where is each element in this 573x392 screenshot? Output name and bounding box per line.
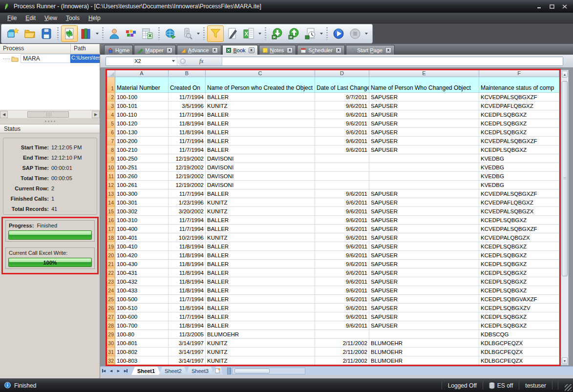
cell-B20[interactable]: 11/8/1994 xyxy=(169,251,206,260)
process-item-path[interactable]: C:\Users\tes xyxy=(70,54,100,63)
cell-B17[interactable]: 11/7/1994 xyxy=(169,225,206,233)
tab-close-button[interactable]: x xyxy=(336,47,341,53)
cell-D27[interactable]: 9/6/2011 xyxy=(315,312,369,321)
cell-C4[interactable]: BALLER xyxy=(206,110,315,119)
cell-A1[interactable]: Material Number xyxy=(115,77,169,93)
cell-A9[interactable]: 100-250 xyxy=(115,154,169,163)
resources-dropdown[interactable] xyxy=(94,25,100,42)
cell-A31[interactable]: 100-802 xyxy=(115,348,169,356)
cell-E7[interactable]: SAPUSER xyxy=(369,137,479,145)
cell-C19[interactable]: BALLER xyxy=(206,242,315,251)
cell-F9[interactable]: KVEDBG xyxy=(479,154,559,163)
tab-home[interactable]: Home xyxy=(104,45,133,55)
cell-E16[interactable]: SAPUSER xyxy=(369,216,479,225)
maximize-button[interactable] xyxy=(547,3,557,10)
cell-C20[interactable]: BALLER xyxy=(206,251,315,260)
tab-close-button[interactable]: x xyxy=(212,47,218,53)
cell-F26[interactable]: KCEDPLSQBGXZV xyxy=(479,304,559,312)
cell-B31[interactable]: 3/14/1997 xyxy=(169,348,206,356)
cell-A12[interactable]: 100-261 xyxy=(115,181,169,189)
row-header-26[interactable]: 26 xyxy=(106,304,115,312)
cell-E27[interactable]: SAPUSER xyxy=(369,312,479,321)
cell-B24[interactable]: 11/8/1994 xyxy=(169,286,206,295)
row-header-30[interactable]: 30 xyxy=(106,339,115,348)
minimize-button[interactable] xyxy=(534,3,545,10)
row-header-29[interactable]: 29 xyxy=(106,330,115,339)
tab-close-button[interactable]: x xyxy=(385,47,391,53)
cell-D5[interactable]: 9/6/2011 xyxy=(315,119,369,128)
cell-B8[interactable]: 11/7/1994 xyxy=(169,145,206,154)
cell-F3[interactable]: KCVEDPAFLQBGXZ xyxy=(479,102,559,110)
row-header-17[interactable]: 17 xyxy=(106,225,115,233)
cell-E28[interactable]: SAPUSER xyxy=(369,321,479,330)
user-credentials-button[interactable] xyxy=(106,25,123,42)
vscroll-thumb[interactable] xyxy=(562,81,568,276)
cell-C14[interactable]: KUNITZ xyxy=(206,198,315,207)
row-header-2[interactable]: 2 xyxy=(106,93,115,102)
cell-D20[interactable]: 9/6/2011 xyxy=(315,251,369,260)
cell-A15[interactable]: 100-302 xyxy=(115,207,169,216)
name-box-dropdown[interactable] xyxy=(170,57,177,65)
cell-E15[interactable]: SAPUSER xyxy=(369,207,479,216)
cell-D2[interactable]: 9/7/2011 xyxy=(315,93,369,102)
cell-A11[interactable]: 100-260 xyxy=(115,172,169,181)
cell-A16[interactable]: 100-310 xyxy=(115,216,169,225)
cell-C27[interactable]: BALLER xyxy=(206,312,315,321)
cell-E17[interactable]: SAPUSER xyxy=(369,225,479,233)
row-header-18[interactable]: 18 xyxy=(106,233,115,242)
audit-dropdown[interactable] xyxy=(195,25,201,42)
cell-name-box[interactable]: X2 xyxy=(106,57,170,65)
cell-A3[interactable]: 100-101 xyxy=(115,102,169,110)
cell-B2[interactable]: 11/7/1994 xyxy=(169,93,206,102)
menu-item-tools[interactable]: Tools xyxy=(62,14,84,22)
cell-C28[interactable]: BALLER xyxy=(206,321,315,330)
insert-function-button[interactable]: fx xyxy=(177,57,222,65)
cell-E1[interactable]: Name of Person Who Changed Object xyxy=(369,77,479,93)
sheet-tab-sheet3[interactable]: Sheet3 xyxy=(186,367,214,375)
cell-E20[interactable]: SAPUSER xyxy=(369,251,479,260)
cell-F2[interactable]: KCVEDPALSQBGXZF xyxy=(479,93,559,102)
open-process-button[interactable] xyxy=(21,25,38,42)
stop-dropdown[interactable] xyxy=(363,25,369,42)
cell-C22[interactable]: BALLER xyxy=(206,268,315,277)
cell-E13[interactable]: SAPUSER xyxy=(369,189,479,198)
cell-A14[interactable]: 100-301 xyxy=(115,198,169,207)
row-header-22[interactable]: 22 xyxy=(106,268,115,277)
cell-C13[interactable]: BALLER xyxy=(206,189,315,198)
row-header-15[interactable]: 15 xyxy=(106,207,115,216)
cell-F10[interactable]: KVEDBG xyxy=(479,163,559,172)
column-header-F[interactable]: F xyxy=(479,69,559,77)
cell-C23[interactable]: BALLER xyxy=(206,277,315,286)
tab-advance[interactable]: Advancex xyxy=(177,45,221,55)
cell-A30[interactable]: 100-801 xyxy=(115,339,169,348)
cell-C15[interactable]: KUNITZ xyxy=(206,207,315,216)
cell-F32[interactable]: KDLBGCPEQZX xyxy=(479,356,559,365)
download-to-excel-button[interactable] xyxy=(269,25,285,42)
cell-F15[interactable]: KCVEDPALSQBGZX xyxy=(479,207,559,216)
row-header-23[interactable]: 23 xyxy=(106,277,115,286)
cell-D9[interactable] xyxy=(315,154,369,163)
row-header-3[interactable]: 3 xyxy=(106,102,115,110)
cell-B28[interactable]: 11/8/1994 xyxy=(169,321,206,330)
cell-D17[interactable]: 9/6/2011 xyxy=(315,225,369,233)
cell-F17[interactable]: KCVEDPALSQBGXZF xyxy=(479,225,559,233)
cell-B15[interactable]: 3/20/2002 xyxy=(169,207,206,216)
cell-F30[interactable]: KDLBGCPEQZX xyxy=(479,339,559,348)
cell-A2[interactable]: 100-100 xyxy=(115,93,169,102)
cell-A22[interactable]: 100-431 xyxy=(115,268,169,277)
cell-B16[interactable]: 11/7/1994 xyxy=(169,216,206,225)
tab-scheduler[interactable]: Schedulerx xyxy=(297,45,345,55)
tab-book[interactable]: Bookx xyxy=(222,45,258,55)
cell-F19[interactable]: KCEDPLSQBGXZ xyxy=(479,242,559,251)
schedule-dropdown[interactable] xyxy=(318,25,324,42)
cell-C7[interactable]: BALLER xyxy=(206,137,315,145)
cell-C21[interactable]: BALLER xyxy=(206,260,315,268)
cell-F22[interactable]: KCEDPLSQBGXZ xyxy=(479,268,559,277)
cell-A20[interactable]: 100-420 xyxy=(115,251,169,260)
filter-button[interactable] xyxy=(207,25,224,42)
cell-A24[interactable]: 100-433 xyxy=(115,286,169,295)
write-notes-button[interactable] xyxy=(224,25,240,42)
cell-D13[interactable]: 9/6/2011 xyxy=(315,189,369,198)
tab-close-button[interactable]: x xyxy=(167,47,172,53)
cell-E10[interactable] xyxy=(369,163,479,172)
